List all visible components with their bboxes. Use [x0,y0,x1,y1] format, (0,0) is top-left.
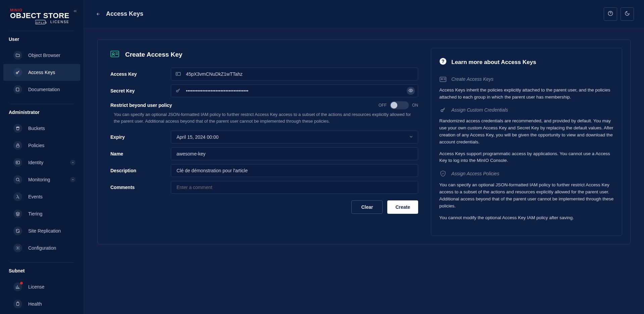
secret-key-input[interactable] [171,84,418,97]
sidebar-item-policies[interactable]: Policies [3,137,80,154]
moon-icon [625,11,630,17]
expiry-select[interactable]: April 15, 2024 00:00 [171,131,418,143]
info-text: You can specify an optional JSON-formatt… [439,182,614,210]
lambda-icon [15,194,20,199]
info-title-text: Learn more about Access Keys [451,59,536,66]
create-button[interactable]: Create [387,200,418,214]
card-icon [176,71,181,77]
sidebar-item-identity[interactable]: Identity [3,154,80,171]
info-text: Randomized access credentials are recomm… [439,118,614,146]
main: Access Keys Create Access Key Access Key [84,0,644,314]
back-arrow-icon[interactable] [95,12,101,16]
sidebar-item-monitoring[interactable]: Monitoring [3,171,80,188]
info-text: Access Keys inherit the policies explici… [439,87,614,101]
section-title-subnet: Subnet [0,268,84,278]
svg-point-16 [177,73,178,74]
sidebar-item-label: Policies [28,143,44,148]
sidebar-item-site-replication[interactable]: Site Replication [3,223,80,239]
label-access-key: Access Key [110,71,171,77]
sidebar-item-object-browser[interactable]: Object Browser [3,47,80,64]
key-icon [15,70,20,75]
sidebar-item-tiering[interactable]: Tiering [3,205,80,222]
question-circle-icon: ? [439,58,447,67]
info-heading: Assign Access Policies [451,171,499,176]
access-key-input[interactable] [171,68,418,80]
info-heading: Create Access Keys [451,76,494,82]
sidebar-item-label: Access Keys [28,70,55,75]
restrict-title: Restrict beyond user policy [110,103,379,108]
svg-rect-4 [16,145,19,147]
sidebar-item-performance[interactable]: Performance [3,313,80,314]
sidebar-item-label: License [28,284,44,290]
restrict-toggle[interactable] [390,101,409,109]
form-title: Create Access Key [125,51,182,58]
svg-text:AGPLv3: AGPLv3 [35,21,47,24]
svg-rect-13 [111,51,119,57]
layers-icon [15,211,20,216]
folder-icon [15,53,20,58]
lock-icon [15,143,20,148]
bucket-icon [15,126,20,131]
sidebar-item-health[interactable]: Health [3,296,80,312]
section-title-user: User [0,37,84,47]
sync-icon [15,228,20,234]
name-input[interactable] [171,147,418,160]
info-heading: Assign Custom Credentials [451,107,508,113]
clear-button[interactable]: Clear [351,200,383,214]
create-access-key-card: Create Access Key Access Key Secret Key [97,40,631,244]
id-card-icon [439,76,447,82]
sidebar-item-label: Monitoring [28,177,50,182]
sidebar-item-label: Identity [28,160,43,165]
topbar: Access Keys [84,0,644,28]
chevron-down-icon [409,134,413,140]
page-title: Access Keys [106,10,143,17]
label-name: Name [110,151,171,156]
info-panel: ? Learn more about Access Keys Create Ac… [431,48,622,236]
label-comments: Comments [110,185,171,190]
sidebar-item-label: Site Replication [28,228,61,234]
sidebar-item-label: Buckets [28,126,45,131]
chevron-down-icon [70,160,76,165]
label-description: Description [110,168,171,173]
svg-rect-21 [440,77,446,81]
shield-icon [439,170,447,177]
sidebar-item-access-keys[interactable]: Access Keys [3,64,80,81]
section-title-admin: Administrator [0,110,84,120]
sidebar-item-documentation[interactable]: Documentation [3,81,80,98]
chart-icon [15,284,20,290]
svg-point-22 [441,78,443,80]
theme-button[interactable] [621,7,634,21]
svg-rect-9 [17,302,19,305]
sidebar-item-label: Configuration [28,245,56,251]
expiry-value: April 15, 2024 00:00 [171,131,418,143]
svg-text:?: ? [442,59,444,64]
toggle-on-label: ON [412,103,418,108]
sidebar-item-label: Events [28,194,43,199]
search-icon [15,177,20,182]
book-icon [15,87,20,92]
description-input[interactable] [171,164,418,177]
svg-point-8 [17,247,18,249]
svg-point-14 [112,53,114,54]
toggle-off-label: OFF [379,103,387,108]
label-secret-key: Secret Key [110,88,171,93]
sidebar-item-license[interactable]: License [3,278,80,295]
sidebar-item-configuration[interactable]: Configuration [3,240,80,256]
sidebar-item-buckets[interactable]: Buckets [3,120,80,137]
sidebar-item-label: Object Browser [28,53,60,58]
clipboard-icon [15,301,20,307]
eye-icon [408,88,413,94]
sidebar: MINIO OBJECT STORE AGPLv3 LICENSE User O… [0,0,84,314]
sidebar-item-events[interactable]: Events [3,188,80,205]
help-button[interactable] [604,7,617,21]
reveal-password-button[interactable] [407,87,415,95]
comments-input[interactable] [171,181,418,194]
svg-rect-15 [176,72,180,75]
question-icon [608,11,613,17]
key-icon [439,107,447,113]
brand-logo: MINIO OBJECT STORE AGPLv3 LICENSE [10,8,69,25]
restrict-description: You can specify an optional JSON-formatt… [114,111,418,125]
info-text: You cannot modify the optional Access Ke… [439,214,614,222]
id-card-icon [110,50,119,59]
collapse-sidebar-icon[interactable] [72,8,78,15]
